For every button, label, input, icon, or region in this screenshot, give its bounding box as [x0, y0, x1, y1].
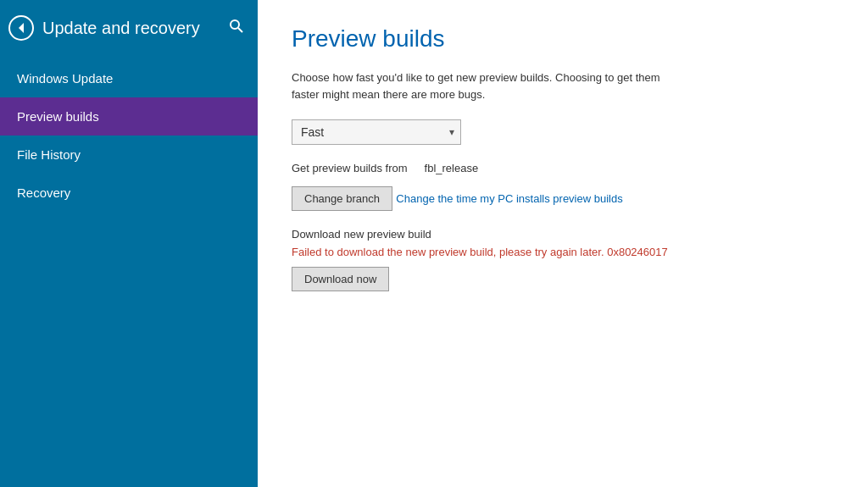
sidebar-item-recovery[interactable]: Recovery: [0, 174, 258, 212]
change-branch-button[interactable]: Change branch: [292, 186, 392, 211]
speed-dropdown[interactable]: Fast Slow: [292, 119, 461, 145]
svg-point-1: [231, 20, 239, 29]
branch-row: Get preview builds from fbl_release: [292, 162, 834, 174]
speed-dropdown-wrapper: Fast Slow ▾: [292, 119, 461, 145]
sidebar: Update and recovery Windows Update Previ…: [0, 0, 258, 487]
branch-value: fbl_release: [425, 162, 479, 174]
sidebar-item-file-history[interactable]: File History: [0, 136, 258, 174]
download-now-button[interactable]: Download now: [292, 267, 389, 291]
sidebar-item-preview-builds[interactable]: Preview builds: [0, 97, 258, 136]
back-button[interactable]: [8, 15, 34, 41]
sidebar-header: Update and recovery: [0, 0, 258, 56]
svg-line-2: [238, 28, 242, 32]
sidebar-nav: Windows Update Preview builds File Histo…: [0, 59, 258, 212]
speed-dropdown-container: Fast Slow ▾: [292, 119, 834, 145]
sidebar-item-windows-update[interactable]: Windows Update: [0, 59, 258, 97]
search-icon[interactable]: [229, 19, 244, 37]
sidebar-title: Update and recovery: [42, 19, 200, 38]
main-content: Preview builds Choose how fast you'd lik…: [258, 0, 868, 487]
svg-marker-0: [19, 23, 24, 33]
error-message: Failed to download the new preview build…: [292, 246, 834, 258]
change-time-link[interactable]: Change the time my PC installs preview b…: [396, 192, 622, 205]
download-section-title: Download new preview build: [292, 228, 834, 241]
branch-label: Get preview builds from: [292, 162, 408, 174]
page-title: Preview builds: [292, 25, 834, 53]
description-text: Choose how fast you'd like to get new pr…: [292, 69, 682, 102]
